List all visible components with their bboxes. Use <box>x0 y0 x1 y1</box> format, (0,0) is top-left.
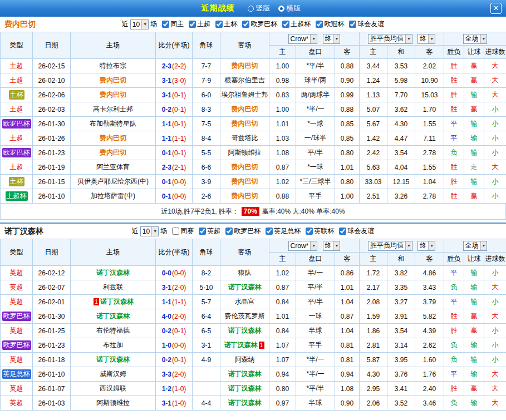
filter-checkbox-土超杯[interactable]: 土超杯 <box>282 19 311 29</box>
filter-checkbox-英足总杯[interactable]: 英足总杯 <box>266 226 301 236</box>
select-value: Crow* <box>289 35 311 43</box>
filter-checkbox-英超[interactable]: 英超 <box>199 226 220 236</box>
team-1-record-summary: 近10场,胜7平2负1, 胜率： 70% 赢率:40% 大:40% 单率:40% <box>0 204 506 220</box>
odds-source-select[interactable]: Crow*▼ <box>288 34 318 44</box>
checkbox-input[interactable] <box>282 21 289 28</box>
avg-home-cell: 1.42 <box>360 131 387 146</box>
avg-home-cell: 1.13 <box>360 88 387 102</box>
away-team-name: 诺丁汉森林 <box>228 327 262 334</box>
filter-checkbox-球会友谊[interactable]: 球会友谊 <box>349 19 384 29</box>
home-team-cell: 1诺丁汉森林 <box>71 295 156 309</box>
near-count-select[interactable]: 10▼ <box>140 226 159 236</box>
view-mode-radio-竖版[interactable]: 竖版 <box>248 3 271 13</box>
checkbox-input[interactable] <box>172 228 179 235</box>
avg-away-cell: 1.04 <box>415 175 444 189</box>
league-label: 英超 <box>10 298 23 305</box>
checkbox-input[interactable] <box>242 21 249 28</box>
corner-cell: 7-7 <box>193 59 220 73</box>
odds-group-header: Crow*▼ 终▼ <box>269 239 360 253</box>
filter-checkbox-同赛[interactable]: 同赛 <box>172 226 194 236</box>
checkbox-input[interactable] <box>199 228 206 235</box>
result-cell: 负 <box>444 146 464 160</box>
avg-final-select[interactable]: 终▼ <box>417 241 435 251</box>
filter-checkbox-土杯[interactable]: 土杯 <box>215 19 237 29</box>
filter-checkbox-土超[interactable]: 土超 <box>189 19 210 29</box>
league-cell: 土超 <box>1 59 33 73</box>
away-team-cell: 费内巴切 <box>220 160 269 175</box>
away-water-cell: 0.85 <box>335 117 360 131</box>
halftime-score: (0-0) <box>172 342 186 349</box>
close-icon[interactable]: ✕ <box>490 3 502 14</box>
goals-result-cell: 小 <box>484 146 506 160</box>
home-water-cell: 1.02 <box>269 266 296 280</box>
halftime-score: (0-0) <box>172 269 186 277</box>
scope-select[interactable]: 全场▼ <box>463 241 488 251</box>
away-team-cell: 诺丁汉森林 <box>220 382 269 396</box>
avg-source-select[interactable]: 胜平负均值▼ <box>368 241 412 251</box>
col-odds-home: 主 <box>269 253 296 266</box>
near-count-select[interactable]: 10▼ <box>130 19 149 29</box>
corner-cell: 6-0 <box>193 88 220 102</box>
league-label: 英超 <box>10 283 23 291</box>
avg-final-select[interactable]: 终▼ <box>417 34 435 44</box>
handicap-result-cell: 输 <box>464 280 484 295</box>
goals-result-cell: 大 <box>484 73 506 88</box>
checkbox-input[interactable] <box>316 21 323 28</box>
corner-cell <box>193 367 220 382</box>
score-cell: 1-0(0-0) <box>156 338 193 353</box>
filter-checkbox-同主[interactable]: 同主 <box>162 19 184 29</box>
score-cell: 0-0(0-0) <box>156 266 193 280</box>
away-team-cell: 诺丁汉森林 <box>220 280 269 295</box>
date-cell: 26-01-23 <box>33 146 71 160</box>
away-team-cell: 水晶宫 <box>220 295 269 309</box>
odds-source-select[interactable]: Crow*▼ <box>288 241 318 251</box>
summary-text-after: 赢率:40% 大:40% 单率:40% <box>262 207 345 216</box>
away-water-cell: 1.08 <box>335 382 360 396</box>
goals-result-cell: 小 <box>484 131 506 146</box>
checkbox-input[interactable] <box>162 21 169 28</box>
checkbox-input[interactable] <box>225 228 233 235</box>
filter-checkbox-欧罗巴杯[interactable]: 欧罗巴杯 <box>242 19 277 29</box>
checkbox-input[interactable] <box>349 21 356 28</box>
home-team-cell: 费内巴切 <box>71 73 156 88</box>
checkbox-input[interactable] <box>339 228 346 235</box>
col-home: 主场 <box>71 32 156 59</box>
halftime-score: (0-0) <box>172 192 186 200</box>
odds-final-select[interactable]: 终▼ <box>323 241 341 251</box>
avg-draw-cell: 4.04 <box>387 160 415 175</box>
date-cell: 26-01-03 <box>33 396 71 411</box>
home-water-cell: 1.01 <box>269 117 296 131</box>
corner-cell: 7-5 <box>193 117 220 131</box>
checkbox-input[interactable] <box>215 21 223 28</box>
chevron-down-icon: ▼ <box>480 34 487 43</box>
chevron-down-icon: ▼ <box>480 241 487 250</box>
col-date: 日期 <box>33 32 71 59</box>
view-mode-radio-横版[interactable]: 横版 <box>278 3 301 13</box>
checkbox-input[interactable] <box>306 228 313 235</box>
home-team-name: 特拉布宗 <box>100 62 126 70</box>
filter-checkbox-球会友谊[interactable]: 球会友谊 <box>339 226 374 236</box>
away-team-name: 诺丁汉森林 <box>228 283 262 291</box>
team-2-rows: 英超26-02-12诺丁汉森林0-0(0-0)8-2狼队1.02半/一0.861… <box>1 266 506 411</box>
avg-draw-cell: 3.27 <box>387 295 415 309</box>
handicap-cell: 一/球半 <box>296 131 335 146</box>
checkbox-input[interactable] <box>189 21 196 28</box>
col-result: 胜负 <box>444 46 464 59</box>
handicap-result-cell: 赢 <box>464 382 484 396</box>
avg-home-cell: 33.03 <box>360 175 387 189</box>
result-cell: 胜 <box>444 73 464 88</box>
table-header: 类型 日期 主场 比分(半场) 角球 客场 Crow*▼ 终▼ 胜平负均值▼ 终… <box>1 239 506 266</box>
handicap-cell: 平手 <box>296 189 335 204</box>
filter-checkbox-欧冠杯[interactable]: 欧冠杯 <box>316 19 344 29</box>
fulltime-score: 3-3 <box>162 370 171 378</box>
away-team-name: 埃尔祖鲁姆士邦 <box>222 91 268 98</box>
odds-final-select[interactable]: 终▼ <box>323 34 341 44</box>
scope-select[interactable]: 全场▼ <box>463 34 488 44</box>
date-cell: 26-01-07 <box>33 382 71 396</box>
away-water-cell: 0.80 <box>335 146 360 160</box>
filter-checkbox-英联杯[interactable]: 英联杯 <box>306 226 334 236</box>
checkbox-input[interactable] <box>266 228 273 235</box>
away-team-name: 诺丁汉森林 <box>228 370 262 378</box>
filter-checkbox-欧罗巴杯[interactable]: 欧罗巴杯 <box>225 226 261 236</box>
avg-source-select[interactable]: 胜平负均值▼ <box>368 34 412 44</box>
